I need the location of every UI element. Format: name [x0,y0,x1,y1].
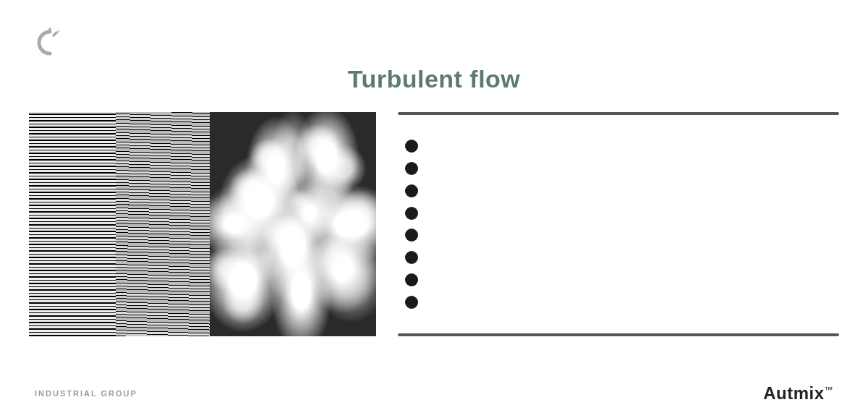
list-item [405,229,839,242]
bullet-dot [405,251,418,264]
turbulent-flow-image [29,112,376,336]
bullet-dot [405,229,418,242]
footer-brand-name: Autmix™ [763,383,833,404]
logo-area [35,27,65,61]
top-divider [398,112,839,115]
list-item [405,251,839,264]
bullet-list [398,128,839,320]
bullet-dot [405,273,418,286]
footer: INDUSTRIAL GROUP Autmix™ [0,383,868,404]
footer-company-label: INDUSTRIAL GROUP [35,389,137,398]
list-item [405,296,839,309]
page-title: Turbulent flow [0,65,868,93]
bullet-dot [405,296,418,309]
autmix-logo-icon [35,27,65,58]
bullet-dot [405,140,418,153]
info-section [376,112,839,336]
list-item [405,207,839,220]
turbulent-panel [210,112,376,336]
content-area [29,112,839,336]
transition-panel [116,112,210,336]
page-container: Turbulent flow [0,0,868,418]
bullet-dot [405,207,418,220]
bullet-dot [405,162,418,175]
bottom-divider [398,333,839,336]
flow-visualization [29,112,376,336]
list-item [405,140,839,153]
list-item [405,184,839,197]
list-item [405,162,839,175]
list-item [405,273,839,286]
bullet-dot [405,184,418,197]
laminar-stripe-panel [29,112,116,336]
